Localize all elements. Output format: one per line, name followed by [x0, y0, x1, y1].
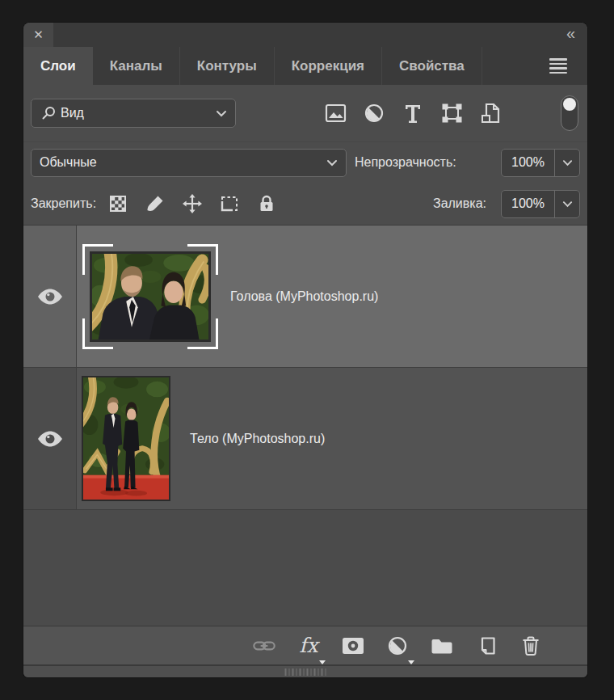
- layer-thumbnail-body[interactable]: [82, 376, 170, 501]
- lock-transparency-icon[interactable]: [106, 192, 130, 216]
- visibility-cell[interactable]: [23, 368, 77, 509]
- blend-mode-value: Обычные: [40, 155, 97, 170]
- lock-artboard-icon[interactable]: [217, 192, 242, 216]
- eye-icon[interactable]: [36, 288, 64, 306]
- layer-effects-icon[interactable]: fx: [297, 635, 320, 657]
- opacity-field[interactable]: 100%: [501, 149, 580, 177]
- lock-row: Закрепить: Заливка: 100%: [23, 183, 587, 226]
- layer-row-golova[interactable]: Голова (MyPhotoshop.ru): [23, 226, 587, 368]
- add-layer-mask-icon[interactable]: [342, 635, 364, 657]
- adjustment-layer-filter-icon[interactable]: [362, 101, 386, 125]
- close-panel-button[interactable]: ✕: [23, 23, 53, 47]
- lock-position-icon[interactable]: [180, 192, 204, 216]
- layers-toolbar: fx: [23, 626, 587, 664]
- new-layer-icon[interactable]: [475, 635, 498, 657]
- fill-value[interactable]: 100%: [502, 191, 554, 217]
- search-icon: [40, 104, 57, 122]
- opacity-label: Непрозрачность:: [355, 155, 456, 170]
- lock-label: Закрепить:: [31, 196, 96, 211]
- filter-type-icons: [323, 101, 503, 125]
- panel-tabbar: Слои Каналы Контуры Коррекция Свойства: [23, 47, 587, 85]
- eye-icon[interactable]: [36, 430, 64, 448]
- lock-pixels-icon[interactable]: [143, 192, 167, 216]
- fill-label: Заливка:: [433, 196, 486, 211]
- pixel-layer-filter-icon[interactable]: [323, 101, 347, 125]
- link-layers-icon[interactable]: [253, 635, 275, 657]
- visibility-cell[interactable]: [23, 226, 77, 367]
- chevron-down-icon: [326, 159, 338, 167]
- layer-name[interactable]: Голова (MyPhotoshop.ru): [230, 289, 378, 304]
- chevron-down-icon[interactable]: [554, 150, 579, 176]
- filter-kind-dropdown[interactable]: Вид: [31, 99, 236, 128]
- shape-layer-filter-icon[interactable]: [439, 101, 464, 125]
- layers-empty-area[interactable]: [23, 510, 587, 626]
- blend-mode-row: Обычные Непрозрачность: 100%: [23, 141, 587, 183]
- tab-layers[interactable]: Слои: [23, 47, 93, 85]
- opacity-value[interactable]: 100%: [502, 150, 554, 176]
- chevron-down-icon: [216, 110, 227, 117]
- tab-channels[interactable]: Каналы: [93, 47, 180, 85]
- new-adjustment-layer-icon[interactable]: [386, 635, 409, 657]
- layer-filter-toggle[interactable]: [561, 95, 578, 131]
- new-group-icon[interactable]: [431, 635, 453, 657]
- chevron-down-icon[interactable]: [554, 191, 579, 217]
- tab-paths[interactable]: Контуры: [180, 47, 275, 85]
- tab-adjustments[interactable]: Коррекция: [275, 47, 382, 85]
- layers-panel: ✕ « Слои Каналы Контуры Коррекция Свойст…: [23, 23, 587, 677]
- panel-resize-strip[interactable]: [23, 664, 587, 677]
- layer-filter-row: Вид: [23, 85, 587, 141]
- blend-mode-dropdown[interactable]: Обычные: [31, 149, 347, 177]
- layer-row-telo[interactable]: Тело (MyPhotoshop.ru): [23, 368, 587, 510]
- panel-menu-icon[interactable]: [529, 47, 587, 85]
- resize-grip-icon[interactable]: [285, 668, 326, 676]
- lock-icons: [106, 192, 279, 216]
- panel-titlebar: ✕ «: [23, 23, 587, 47]
- lock-all-icon[interactable]: [254, 192, 279, 216]
- delete-layer-icon[interactable]: [519, 635, 542, 657]
- layer-main[interactable]: Тело (MyPhotoshop.ru): [77, 368, 587, 509]
- type-layer-filter-icon[interactable]: [401, 101, 425, 125]
- collapse-panel-button[interactable]: «: [566, 24, 587, 46]
- layer-thumbnail-selected-frame[interactable]: [90, 251, 211, 342]
- tab-properties[interactable]: Свойства: [382, 47, 482, 85]
- filter-kind-value: Вид: [61, 106, 84, 120]
- layer-main[interactable]: Голова (MyPhotoshop.ru): [77, 226, 587, 367]
- fill-field[interactable]: 100%: [501, 190, 580, 218]
- layers-list: Голова (MyPhotoshop.ru): [23, 226, 587, 626]
- layer-name[interactable]: Тело (MyPhotoshop.ru): [190, 432, 325, 446]
- smart-object-filter-icon[interactable]: [478, 101, 503, 125]
